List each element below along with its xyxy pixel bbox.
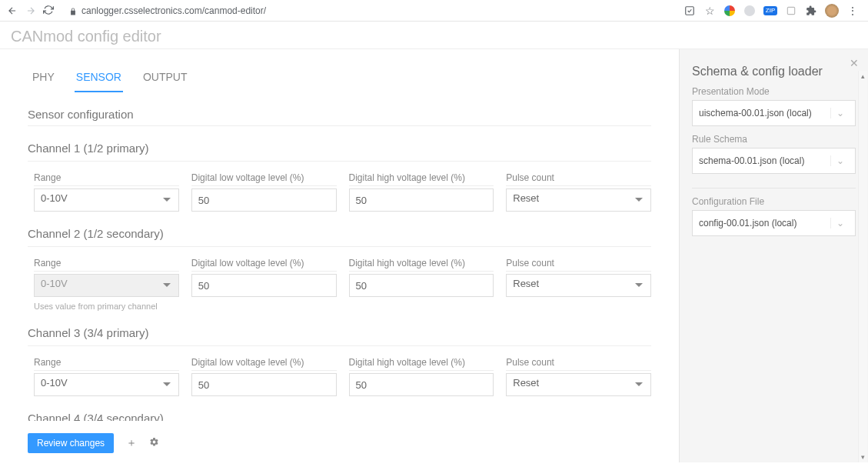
channel-1-range-select[interactable]: 0-10V — [34, 188, 179, 212]
channel-1-pulse-select[interactable]: Reset — [506, 188, 651, 212]
digital-high-label: Digital high voltage level (%) — [349, 258, 494, 272]
digital-low-label: Digital low voltage level (%) — [191, 258, 337, 272]
rule-schema-value: schema-00.01.json (local) — [699, 155, 804, 166]
address-bar[interactable]: canlogger.csselectronics.com/canmod-edit… — [62, 3, 677, 18]
forward-button[interactable] — [25, 5, 37, 17]
reload-button[interactable] — [43, 5, 55, 17]
pulse-count-label: Pulse count — [506, 357, 651, 371]
main-panel: PHY SENSOR OUTPUT Sensor configuration C… — [0, 49, 679, 462]
url-text: canlogger.csselectronics.com/canmod-edit… — [81, 5, 266, 16]
digital-high-label: Digital high voltage level (%) — [349, 357, 494, 371]
channel-2-pulse-select[interactable]: Reset — [506, 274, 651, 297]
range-label: Range — [34, 258, 179, 272]
digital-low-label: Digital low voltage level (%) — [191, 357, 337, 371]
zip-extension-icon[interactable]: ZIP — [763, 6, 777, 15]
sidebar-divider — [692, 188, 856, 188]
toolbar-icons: ☆ ZIP ⋮ — [683, 4, 862, 18]
tab-sensor[interactable]: SENSOR — [75, 65, 123, 92]
chevron-down-icon: ⌄ — [830, 218, 849, 228]
app-title: CANmod config editor — [0, 22, 868, 49]
vertical-scrollbar[interactable]: ▴ ▾ — [858, 71, 867, 462]
rule-schema-select[interactable]: schema-00.01.json (local) ⌄ — [692, 148, 856, 174]
back-button[interactable] — [6, 5, 18, 17]
scroll-down-icon[interactable]: ▾ — [859, 452, 867, 462]
digital-high-label: Digital high voltage level (%) — [349, 172, 494, 186]
page-body: PHY SENSOR OUTPUT Sensor configuration C… — [0, 49, 868, 462]
browser-toolbar: canlogger.csselectronics.com/canmod-edit… — [0, 0, 868, 22]
config-file-select[interactable]: config-00.01.json (local) ⌄ — [692, 210, 856, 236]
channel-1-row: Range 0-10V Digital low voltage level (%… — [28, 172, 651, 212]
digital-low-label: Digital low voltage level (%) — [191, 172, 337, 186]
channel-2-row: Range 0-10V Digital low voltage level (%… — [28, 258, 651, 297]
lock-icon — [69, 7, 77, 15]
review-changes-button[interactable]: Review changes — [28, 433, 114, 453]
range-label: Range — [34, 172, 179, 186]
channel-2-title: Channel 2 (1/2 secondary) — [28, 227, 651, 247]
sidebar-title: Schema & config loader — [692, 65, 856, 78]
channel-3-range-select[interactable]: 0-10V — [34, 373, 179, 396]
channel-3-high-input[interactable] — [349, 373, 494, 396]
share-icon[interactable] — [683, 5, 696, 17]
extension-box-icon[interactable] — [785, 5, 797, 17]
extensions-icon[interactable] — [805, 5, 817, 17]
channel-1-high-input[interactable] — [349, 188, 494, 212]
channel-1-title: Channel 1 (1/2 primary) — [28, 142, 651, 162]
close-icon[interactable]: ✕ — [850, 57, 859, 69]
pulse-count-label: Pulse count — [506, 172, 651, 186]
chevron-down-icon: ⌄ — [830, 155, 849, 166]
channel-3-pulse-select[interactable]: Reset — [506, 373, 651, 396]
schema-loader-panel: ✕ Schema & config loader Presentation Mo… — [679, 49, 868, 462]
range-label: Range — [34, 357, 179, 371]
add-icon[interactable]: ＋ — [126, 436, 137, 450]
presentation-mode-select[interactable]: uischema-00.01.json (local) ⌄ — [692, 100, 856, 126]
presentation-mode-value: uischema-00.01.json (local) — [699, 108, 812, 118]
section-title: Sensor configuration — [28, 108, 651, 126]
chevron-down-icon: ⌄ — [830, 108, 849, 118]
extension-colorful-icon[interactable] — [723, 5, 736, 17]
profile-avatar[interactable] — [825, 4, 839, 18]
tab-phy[interactable]: PHY — [31, 65, 56, 92]
channel-3-title: Channel 3 (3/4 primary) — [28, 326, 651, 346]
presentation-mode-label: Presentation Mode — [692, 86, 856, 97]
svg-rect-1 — [787, 7, 794, 14]
channel-2-low-input[interactable] — [191, 274, 337, 297]
channel-2-high-input[interactable] — [349, 274, 494, 297]
gear-icon[interactable] — [149, 437, 159, 449]
chrome-menu-icon[interactable]: ⋮ — [846, 5, 859, 17]
tab-bar: PHY SENSOR OUTPUT — [28, 65, 651, 92]
extension-gray-icon[interactable] — [743, 5, 756, 17]
tab-output[interactable]: OUTPUT — [141, 65, 189, 92]
channel-3-row: Range 0-10V Digital low voltage level (%… — [28, 357, 651, 396]
pulse-count-label: Pulse count — [506, 258, 651, 272]
action-bar: Review changes ＋ — [28, 421, 651, 462]
scroll-up-icon[interactable]: ▴ — [859, 71, 867, 82]
config-file-label: Configuration File — [692, 196, 856, 207]
channel-1-low-input[interactable] — [191, 188, 337, 212]
config-file-value: config-00.01.json (local) — [699, 218, 796, 228]
star-icon[interactable]: ☆ — [703, 5, 716, 17]
svg-rect-0 — [686, 6, 694, 15]
rule-schema-label: Rule Schema — [692, 134, 856, 145]
channel-3-low-input[interactable] — [191, 373, 337, 396]
channel-2-range-select: 0-10V — [34, 274, 179, 297]
channel-2-hint: Uses value from primary channel — [28, 302, 651, 311]
